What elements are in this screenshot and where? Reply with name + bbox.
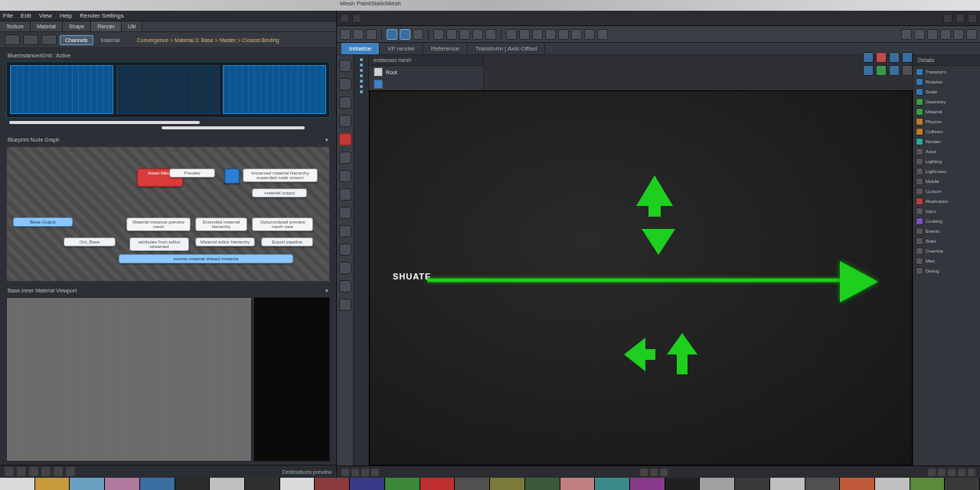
subtab-material[interactable]: Material — [96, 36, 125, 44]
tab-texture[interactable]: Texture — [0, 21, 31, 31]
vtool-paint-icon[interactable] — [339, 170, 351, 182]
vtool-cursor-icon[interactable] — [339, 60, 351, 72]
outline-item-child[interactable] — [369, 78, 483, 90]
status-icon-5[interactable] — [54, 467, 63, 476]
vtool-record-icon[interactable] — [339, 133, 351, 145]
taskbar-item-4[interactable] — [140, 478, 175, 490]
node-e4[interactable]: Export pipeline — [261, 237, 313, 247]
node-e2[interactable]: attributes from editor streamed — [129, 237, 189, 251]
tool-module-icon[interactable] — [519, 29, 530, 40]
slider-1[interactable] — [9, 121, 200, 124]
tool-axis-z-icon[interactable] — [472, 29, 483, 40]
taskbar-item-10[interactable] — [350, 478, 385, 490]
status-icon-4[interactable] — [41, 467, 51, 476]
status-icon-3[interactable] — [29, 467, 38, 476]
status-icon-6[interactable] — [66, 467, 75, 476]
taskbar-item-27[interactable] — [945, 478, 980, 490]
taskbar-item-11[interactable] — [385, 478, 420, 490]
gizmo-secondary-up-stem[interactable] — [677, 353, 688, 374]
tab-initialize[interactable]: Initialize — [341, 43, 380, 54]
taskbar-item-21[interactable] — [735, 478, 770, 490]
mode-7[interactable] — [889, 65, 900, 76]
menu-render-settings[interactable]: Render Settings — [80, 12, 123, 19]
tool-select-icon[interactable] — [387, 29, 397, 40]
taskbar-item-19[interactable] — [665, 478, 701, 490]
taskbar-item-26[interactable] — [910, 478, 946, 490]
node-preview[interactable]: Preview — [169, 168, 215, 178]
vtool-measure-icon[interactable] — [339, 188, 351, 201]
property-list[interactable]: Transform Rotation Scale Geometry Materi… — [913, 66, 980, 466]
mode-8[interactable] — [902, 65, 913, 76]
gizmo-up-arrowhead[interactable] — [636, 175, 673, 206]
blue-grid-slot-3[interactable] — [223, 65, 326, 114]
mode-6[interactable] — [876, 65, 887, 76]
mode-4[interactable] — [902, 52, 913, 63]
mode-3[interactable] — [889, 52, 900, 63]
menu-edit[interactable]: Edit — [21, 12, 31, 19]
toolbar-library-icon[interactable] — [23, 34, 38, 45]
outline-item-root[interactable]: Root — [369, 66, 483, 78]
blue-grid-slot-1[interactable] — [10, 65, 113, 114]
vtool-annotate-icon[interactable] — [339, 207, 351, 219]
rstatus-icon-2[interactable] — [351, 469, 359, 476]
node-e3[interactable]: Material editor hierarchy — [195, 237, 255, 247]
tool-scale-icon[interactable] — [433, 29, 444, 40]
3d-viewport[interactable]: SHUATE — [369, 90, 913, 466]
panel-collapse-icon-2[interactable]: ▾ — [325, 288, 328, 294]
rstatus-icon-y[interactable] — [938, 469, 946, 476]
tab-material[interactable]: Material — [31, 21, 63, 31]
taskbar-item-9[interactable] — [315, 478, 350, 490]
tab-reference[interactable]: Reference — [423, 43, 468, 54]
taskbar-item-16[interactable] — [560, 478, 596, 490]
taskbar-item-8[interactable] — [280, 478, 315, 490]
vtool-layer-icon[interactable] — [339, 225, 351, 237]
right-top-max-icon[interactable] — [956, 14, 965, 23]
right-toolbar-extra-3[interactable] — [927, 29, 938, 40]
panel-collapse-icon[interactable]: ▾ — [325, 137, 328, 143]
rstatus-icon-x[interactable] — [928, 469, 936, 476]
slider-2[interactable] — [162, 126, 305, 129]
node-d3[interactable]: Extended material hierarchy — [195, 217, 247, 231]
status-icon-2[interactable] — [17, 467, 26, 476]
tool-move-icon[interactable] — [400, 29, 410, 40]
tool-rotate-icon[interactable] — [413, 29, 423, 40]
vtool-snap-icon[interactable] — [339, 280, 351, 292]
tool-frame-icon[interactable] — [485, 29, 496, 40]
taskbar-item-1[interactable] — [35, 478, 70, 490]
gizmo-x-arrowhead[interactable] — [840, 261, 878, 302]
tab-util[interactable]: Util — [122, 21, 142, 31]
tool-save-icon[interactable] — [353, 29, 364, 40]
gizmo-up-stem[interactable] — [648, 204, 661, 217]
texture-dark-view[interactable] — [253, 297, 330, 462]
tab-render[interactable]: Render — [91, 21, 122, 31]
right-toolbar-extra-5[interactable] — [953, 29, 964, 40]
subtab-channels[interactable]: Channels — [60, 35, 93, 45]
right-toolbar-extra-6[interactable] — [966, 29, 977, 40]
taskbar-item-24[interactable] — [840, 478, 875, 490]
status-icon-1[interactable] — [5, 467, 14, 476]
node-blue-badge[interactable] — [224, 168, 240, 184]
vtool-rotate-icon[interactable] — [339, 96, 351, 109]
taskbar-item-0[interactable] — [0, 478, 35, 490]
tool-shaded-icon[interactable] — [597, 29, 608, 40]
vtool-settings-icon[interactable] — [339, 299, 351, 311]
taskbar-item-2[interactable] — [70, 478, 105, 490]
tool-open-icon[interactable] — [340, 29, 351, 40]
tab-shape[interactable]: Shape — [63, 21, 91, 31]
tool-pivot-icon[interactable] — [446, 29, 457, 40]
right-top-icon-1[interactable] — [340, 14, 349, 23]
toolbar-graph-icon[interactable] — [41, 34, 57, 45]
tool-paste-icon[interactable] — [366, 29, 377, 40]
tab-transform[interactable]: Transform | Axis Offset — [468, 43, 546, 54]
taskbar-item-14[interactable] — [490, 478, 525, 490]
gizmo-secondary-up[interactable] — [667, 333, 697, 354]
node-d4[interactable]: Options/detail preview mesh view — [252, 217, 313, 231]
node-base-output[interactable]: Base Output — [13, 217, 73, 227]
right-top-close-icon[interactable] — [968, 14, 977, 23]
taskbar-item-23[interactable] — [805, 478, 841, 490]
node-graph-canvas[interactable]: Asset Mesh Preview Instanced material hi… — [6, 146, 330, 282]
taskbar-item-3[interactable] — [105, 478, 140, 490]
rstatus-icon-3[interactable] — [361, 469, 369, 476]
menu-file[interactable]: File — [3, 12, 13, 19]
gizmo-down-arrowhead[interactable] — [642, 229, 675, 255]
